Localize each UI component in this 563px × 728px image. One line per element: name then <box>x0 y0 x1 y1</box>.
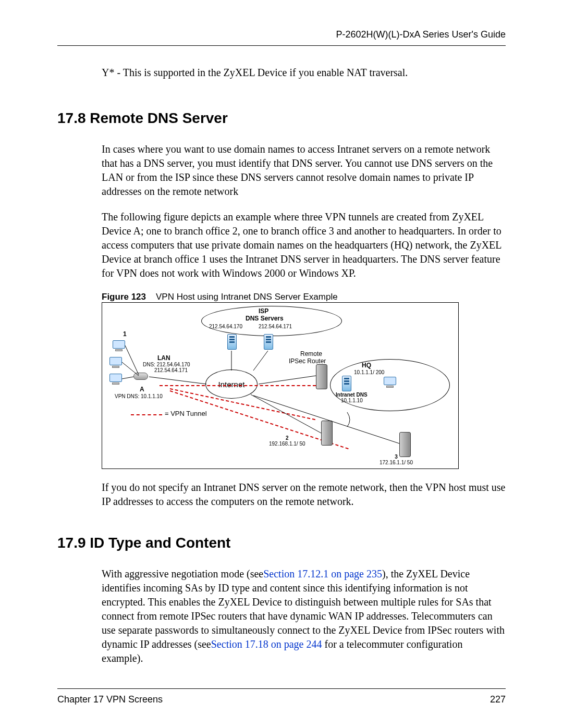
footer-chapter: Chapter 17 VPN Screens <box>57 694 163 705</box>
device-a-label: A <box>140 386 144 393</box>
section-17-8-para1: In cases where you want to use domain na… <box>102 142 506 199</box>
link-section-17-18[interactable]: Section 17.18 on page 244 <box>211 638 322 650</box>
page-footer: Chapter 17 VPN Screens 227 <box>57 688 506 705</box>
figure-123-caption: Figure 123 VPN Host using Intranet DNS S… <box>102 292 506 302</box>
footer-page-number: 227 <box>490 694 506 705</box>
hq-label: HQ <box>362 362 371 369</box>
figure-123-diagram: ISP DNS Servers 212.54.64.170 212.54.64.… <box>102 302 459 469</box>
isp-server2-icon <box>264 334 273 350</box>
branch3-box: 3 172.16.1.1/ 50 <box>380 454 413 465</box>
svg-line-3 <box>149 377 206 384</box>
link-section-17-12-1[interactable]: Section 17.12.1 on page 235 <box>263 568 382 579</box>
para-fragment: With aggressive negotiation mode (see <box>102 568 263 579</box>
footer-rule <box>57 688 506 689</box>
svg-line-5 <box>253 351 268 371</box>
svg-line-2 <box>122 377 133 379</box>
lan-dns-line1: DNS: 212.54.64.170 <box>143 362 190 368</box>
svg-line-6 <box>259 376 316 384</box>
dns-servers-label: DNS Servers <box>246 315 284 323</box>
svg-line-0 <box>125 346 139 375</box>
pc-icon <box>109 374 122 384</box>
branch2-box: 2 192.168.1.1/ 50 <box>269 435 305 447</box>
pc-icon <box>113 340 125 351</box>
isp-label: ISP <box>259 308 268 315</box>
figure-title: VPN Host using Intranet DNS Server Examp… <box>156 292 338 302</box>
gateway-icon <box>133 373 148 380</box>
intranet-dns-ip: 10.1.1.10 <box>341 398 363 404</box>
isp-ip1: 212.54.64.170 <box>209 324 242 330</box>
vpn-tunnel-legend-line <box>131 414 162 415</box>
remote-router-icon <box>316 364 327 389</box>
figure-label: Figure 123 <box>102 292 146 302</box>
branch3-net: 172.16.1.1/ 50 <box>380 460 413 465</box>
pc-icon <box>384 377 396 387</box>
nat-footnote: Y* - This is supported in the ZyXEL Devi… <box>102 67 506 79</box>
section-17-9-heading: 17.9 ID Type and Content <box>57 535 506 551</box>
section-17-9-para1: With aggressive negotiation mode (seeSec… <box>102 567 506 665</box>
section-17-8-heading: 17.8 Remote DNS Server <box>57 110 506 127</box>
branch1-label: 1 <box>123 331 127 338</box>
intranet-dns-server-icon <box>342 376 351 391</box>
vpn-dns-label: VPN DNS: 10.1.1.10 <box>115 393 163 400</box>
para-fragment: ), the ZyXEL Device identifies incoming … <box>102 568 505 650</box>
intranet-dns-label: Intranet DNS <box>336 392 368 398</box>
remote-label: Remote <box>300 351 322 358</box>
vpn-tunnel-line <box>160 385 316 386</box>
page-header-title: P-2602H(W)(L)-DxA Series User's Guide <box>57 29 506 40</box>
branch2-router-icon <box>321 421 333 446</box>
section-17-8-para3: If you do not specify an Intranet DNS se… <box>102 480 506 509</box>
branch2-net: 192.168.1.1/ 50 <box>269 441 305 447</box>
lan-dns-line2: 212.54.64.171 <box>154 367 188 374</box>
branch3-number: 3 <box>380 454 413 460</box>
branch3-router-icon <box>399 432 411 457</box>
isp-ip2: 212.54.64.171 <box>259 324 292 330</box>
pc-icon <box>109 357 122 367</box>
branch2-number: 2 <box>269 435 305 441</box>
header-rule <box>57 45 506 46</box>
vpn-tunnel-legend: = VPN Tunnel <box>165 410 207 418</box>
internet-cloud: Internet <box>205 369 258 399</box>
lan-label: LAN <box>157 355 170 362</box>
section-17-8-para2: The following figure depicts an example … <box>102 210 506 280</box>
hq-net: 10.1.1.1/ 200 <box>354 369 384 376</box>
isp-server1-icon <box>227 334 237 350</box>
